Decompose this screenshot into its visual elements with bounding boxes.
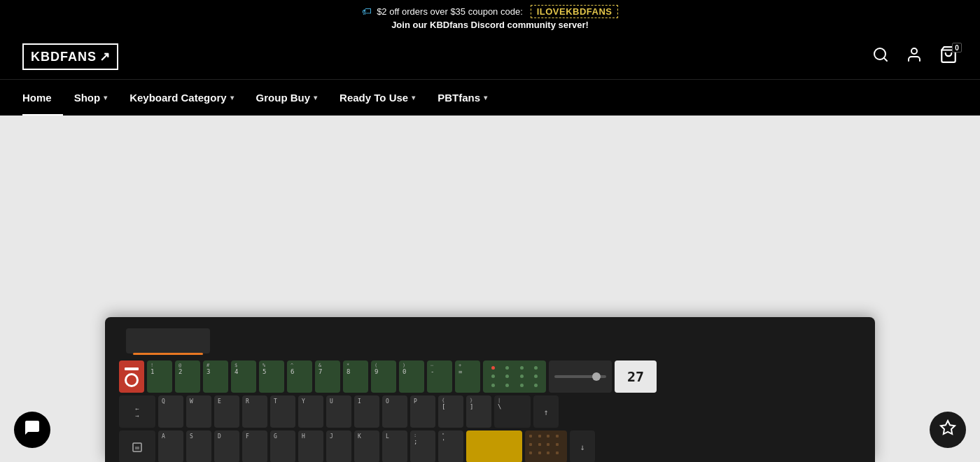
key-q: Q (158, 396, 183, 428)
key-3: #3 (203, 360, 228, 393)
key-nav-up: ↑ (533, 396, 559, 428)
nav-item-shop[interactable]: Shop ▾ (63, 80, 119, 116)
nav-item-ready-to-use[interactable]: Ready To Use ▾ (328, 80, 426, 116)
svg-marker-5 (941, 421, 955, 434)
key-l: L (382, 430, 407, 462)
key-w: W (186, 396, 211, 428)
key-special-yellow (466, 430, 522, 462)
chevron-down-icon: ▾ (314, 94, 317, 102)
key-d: D (214, 430, 239, 462)
key-slider-panel (549, 360, 612, 393)
nav-group-buy-label: Group Buy (256, 92, 311, 104)
key-i: I (354, 396, 379, 428)
key-p: P (410, 396, 435, 428)
key-2: @2 (175, 360, 200, 393)
key-u: U (326, 396, 351, 428)
nav-shop-label: Shop (74, 92, 101, 104)
site-logo[interactable]: KBDFANS ↗ (22, 43, 118, 70)
account-icon[interactable] (906, 46, 923, 67)
announcement-coupon-line: 🏷 $2 off orders over $35 coupon code: IL… (11, 6, 969, 17)
keyboard-row-qwerty: ← → Q W E R T Y U I O P {[ }] |\ ↑ (119, 396, 861, 428)
chevron-down-icon: ▾ (104, 94, 107, 102)
key-tab: ← → (119, 396, 155, 428)
key-led-panel (483, 360, 546, 393)
key-lbracket: {[ (438, 396, 463, 428)
key-j: J (326, 430, 351, 462)
keyboard-display-rect (126, 328, 210, 354)
key-a: A (158, 430, 183, 462)
key-e: E (214, 396, 239, 428)
nav-home-label: Home (22, 92, 52, 104)
key-9: (9 (371, 360, 396, 393)
logo-arrow-icon: ↗ (99, 49, 110, 64)
key-backslash: |\ (494, 396, 531, 428)
nav-ready-to-use-label: Ready To Use (340, 92, 408, 104)
search-icon[interactable] (872, 46, 889, 67)
header-icons-group: 0 (872, 46, 958, 68)
key-quote: "' (438, 430, 463, 462)
logo-text: KBDFANS (31, 50, 97, 64)
svg-line-1 (884, 58, 887, 61)
key-y: Y (298, 396, 323, 428)
coupon-badge-icon: 🏷 (362, 6, 372, 17)
key-8: *8 (343, 360, 368, 393)
key-equals: += (455, 360, 480, 393)
site-header: KBDFANS ↗ 0 (0, 34, 980, 79)
key-o: O (382, 396, 407, 428)
nav-item-group-buy[interactable]: Group Buy ▾ (245, 80, 329, 116)
key-capslock (119, 430, 155, 462)
key-semicolon: :; (410, 430, 435, 462)
key-special-dotgrid (525, 430, 567, 462)
key-minus: —- (427, 360, 452, 393)
numpad-display: 27 (615, 360, 657, 393)
slider-track (554, 375, 606, 378)
chevron-down-icon: ▾ (412, 94, 415, 102)
star-icon (939, 419, 956, 440)
key-f: F (242, 430, 267, 462)
nav-item-home[interactable]: Home (22, 80, 63, 116)
wishlist-button[interactable] (930, 412, 966, 448)
slider-thumb (592, 372, 601, 381)
key-t: T (270, 396, 295, 428)
key-5: %5 (259, 360, 284, 393)
announcement-bar: 🏷 $2 off orders over $35 coupon code: IL… (0, 0, 980, 34)
key-r: R (242, 396, 267, 428)
chevron-down-icon: ▾ (484, 94, 487, 102)
key-7: &7 (315, 360, 340, 393)
keyboard-body: !1 @2 #3 $4 %5 ^6 &7 *8 (9 )0 —- += (105, 317, 875, 462)
nav-item-keyboard-category[interactable]: Keyboard Category ▾ (118, 80, 244, 116)
key-g: G (270, 430, 295, 462)
key-6: ^6 (287, 360, 312, 393)
key-h: H (298, 430, 323, 462)
nav-keyboard-category-label: Keyboard Category (130, 92, 226, 104)
cart-icon[interactable]: 0 (939, 46, 958, 68)
nav-pbtfans-label: PBTfans (438, 92, 480, 104)
key-1: !1 (147, 360, 172, 393)
nav-item-pbtfans[interactable]: PBTfans ▾ (426, 80, 498, 116)
main-nav: Home Shop ▾ Keyboard Category ▾ Group Bu… (0, 79, 980, 115)
keyboard-row-asdf: A S D F G H J K L :; "' (119, 430, 861, 462)
coupon-prefix-text: $2 off orders over $35 coupon code: (377, 6, 523, 17)
key-s: S (186, 430, 211, 462)
hero-section: !1 @2 #3 $4 %5 ^6 &7 *8 (9 )0 —- += (0, 115, 980, 462)
keyboard-row-numbers: !1 @2 #3 $4 %5 ^6 &7 *8 (9 )0 —- += (119, 360, 861, 393)
keyboard-image: !1 @2 #3 $4 %5 ^6 &7 *8 (9 )0 —- += (105, 317, 875, 462)
key-k: K (354, 430, 379, 462)
key-esc (119, 360, 144, 393)
chat-icon (24, 419, 41, 440)
key-4: $4 (231, 360, 256, 393)
key-rbracket: }] (466, 396, 491, 428)
key-nav-down: ↓ (570, 430, 595, 462)
keyboard-top-bar (119, 328, 861, 354)
coupon-code: ILOVEKBDFANS (531, 5, 619, 18)
chevron-down-icon: ▾ (230, 94, 234, 102)
key-0: )0 (399, 360, 424, 393)
chat-button[interactable] (14, 412, 50, 448)
svg-point-2 (911, 48, 917, 54)
discord-text[interactable]: Join our KBDfans Discord community serve… (11, 20, 969, 30)
cart-count-badge: 0 (952, 43, 962, 52)
